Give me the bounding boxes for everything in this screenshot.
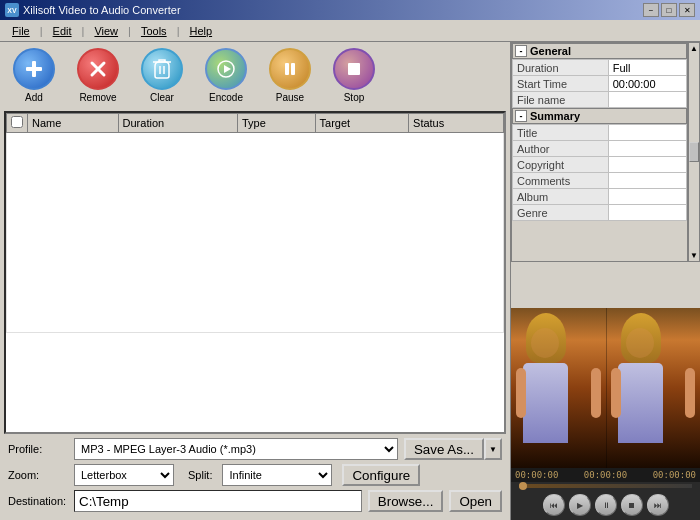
add-label: Add: [25, 92, 43, 103]
prop-row-starttime: Start Time 00:00:00: [513, 76, 687, 92]
media-stop-button[interactable]: ⏹: [621, 494, 643, 516]
remove-label: Remove: [79, 92, 116, 103]
destination-input[interactable]: [74, 490, 362, 512]
encode-icon: [205, 48, 247, 90]
time-current: 00:00:00: [584, 470, 627, 480]
prop-row-filename: File name: [513, 92, 687, 108]
menu-tools[interactable]: Tools: [133, 23, 175, 39]
profile-label: Profile:: [8, 443, 68, 455]
media-next-button[interactable]: ⏭: [647, 494, 669, 516]
left-panel: Add Remove: [0, 42, 510, 520]
bottom-panel: Profile: MP3 - MPEG Layer-3 Audio (*.mp3…: [4, 434, 506, 516]
video-time-row: 00:00:00 00:00:00 00:00:00: [511, 468, 700, 482]
menu-file[interactable]: File: [4, 23, 38, 39]
right-panel: - General Duration Full Start Time 00:00…: [510, 42, 700, 520]
prop-row-copyright: Copyright: [513, 157, 687, 173]
video-preview: [511, 308, 700, 468]
split-label: Split:: [188, 469, 212, 481]
file-table: Name Duration Type Target Status: [6, 113, 504, 333]
menu-view[interactable]: View: [86, 23, 126, 39]
clear-label: Clear: [150, 92, 174, 103]
destination-label: Destination:: [8, 495, 68, 507]
select-all-checkbox[interactable]: [11, 116, 23, 128]
encode-label: Encode: [209, 92, 243, 103]
main-content: Add Remove: [0, 42, 700, 520]
general-expand-button[interactable]: -: [515, 45, 527, 57]
prop-row-album: Album: [513, 189, 687, 205]
saveas-button[interactable]: Save As...: [404, 438, 484, 460]
svg-rect-11: [348, 63, 360, 75]
table-header-check[interactable]: [7, 114, 28, 133]
pause-icon: [269, 48, 311, 90]
clear-icon: [141, 48, 183, 90]
menu-help[interactable]: Help: [181, 23, 220, 39]
prop-row-comments: Comments: [513, 173, 687, 189]
zoom-select[interactable]: Letterbox: [74, 464, 174, 486]
minimize-button[interactable]: −: [643, 3, 659, 17]
configure-button[interactable]: Configure: [342, 464, 420, 486]
media-prev-button[interactable]: ⏮: [543, 494, 565, 516]
summary-expand-button[interactable]: -: [515, 110, 527, 122]
stop-button[interactable]: Stop: [324, 46, 384, 105]
remove-button[interactable]: Remove: [68, 46, 128, 105]
browse-button[interactable]: Browse...: [368, 490, 444, 512]
maximize-button[interactable]: □: [661, 3, 677, 17]
close-button[interactable]: ✕: [679, 3, 695, 17]
media-play-button[interactable]: ▶: [569, 494, 591, 516]
remove-icon: [77, 48, 119, 90]
props-scrollbar[interactable]: ▲ ▼: [688, 42, 700, 262]
file-table-container[interactable]: Name Duration Type Target Status: [4, 111, 506, 434]
svg-marker-8: [224, 65, 231, 73]
general-properties-table: Duration Full Start Time 00:00:00 File n…: [512, 59, 687, 108]
add-icon: [13, 48, 55, 90]
pause-button[interactable]: Pause: [260, 46, 320, 105]
split-select[interactable]: Infinite: [222, 464, 332, 486]
svg-rect-1: [26, 67, 42, 71]
pause-label: Pause: [276, 92, 304, 103]
menu-edit[interactable]: Edit: [45, 23, 80, 39]
stop-label: Stop: [344, 92, 365, 103]
summary-section-header: - Summary: [512, 108, 687, 124]
media-progress-slider[interactable]: [519, 484, 692, 488]
table-header-type: Type: [237, 114, 315, 133]
media-controls: ⏮ ▶ ⏸ ⏹ ⏭: [511, 490, 700, 520]
prop-row-title: Title: [513, 125, 687, 141]
prop-row-author: Author: [513, 141, 687, 157]
svg-rect-9: [285, 63, 289, 75]
encode-button[interactable]: Encode: [196, 46, 256, 105]
time-end: 00:00:00: [653, 470, 696, 480]
table-header-status: Status: [409, 114, 504, 133]
table-header-target: Target: [315, 114, 408, 133]
add-button[interactable]: Add: [4, 46, 64, 105]
summary-properties-table: Title Author Copyright Comments: [512, 124, 687, 221]
prop-row-duration: Duration Full: [513, 60, 687, 76]
saveas-group: Save As... ▼: [404, 438, 502, 460]
toolbar: Add Remove: [4, 46, 506, 105]
app-icon: XV: [5, 3, 19, 17]
time-start: 00:00:00: [515, 470, 558, 480]
prop-row-genre: Genre: [513, 205, 687, 221]
menu-bar: File | Edit | View | Tools | Help: [0, 20, 700, 42]
table-header-name: Name: [28, 114, 119, 133]
media-pause-button[interactable]: ⏸: [595, 494, 617, 516]
clear-button[interactable]: Clear: [132, 46, 192, 105]
stop-icon: [333, 48, 375, 90]
file-table-body: [7, 133, 504, 333]
table-header-duration: Duration: [118, 114, 237, 133]
media-slider-container[interactable]: [511, 482, 700, 490]
title-bar: XV Xilisoft Video to Audio Converter − □…: [0, 0, 700, 20]
app-title: Xilisoft Video to Audio Converter: [23, 4, 181, 16]
svg-rect-10: [291, 63, 295, 75]
saveas-arrow-button[interactable]: ▼: [484, 438, 502, 460]
zoom-label: Zoom:: [8, 469, 68, 481]
open-button[interactable]: Open: [449, 490, 502, 512]
profile-select[interactable]: MP3 - MPEG Layer-3 Audio (*.mp3): [74, 438, 398, 460]
properties-panel: - General Duration Full Start Time 00:00…: [511, 42, 700, 308]
general-section-header: - General: [512, 43, 687, 59]
